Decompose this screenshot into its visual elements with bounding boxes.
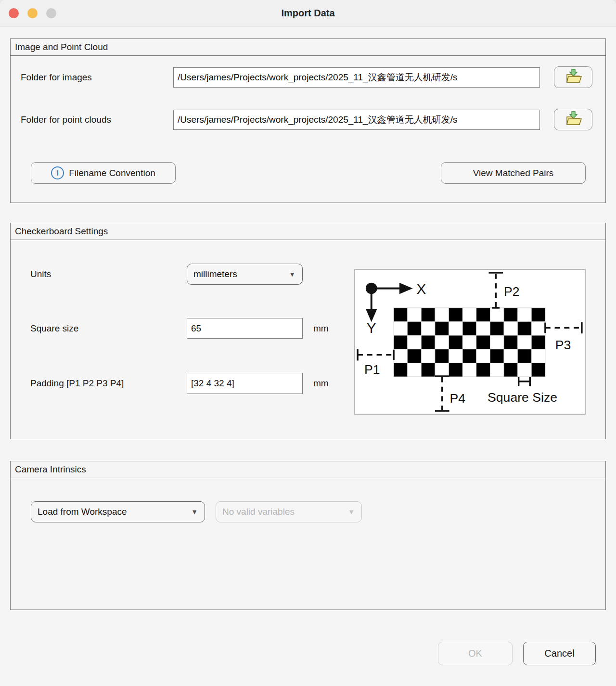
square-size-label: Square size (30, 318, 78, 339)
open-folder-icon (564, 69, 583, 86)
intrinsics-source-value: Load from Workspace (38, 507, 127, 517)
section-title: Image and Point Cloud (11, 39, 605, 56)
folder-for-images-label: Folder for images (21, 67, 92, 88)
section-title: Camera Intrinsics (11, 461, 605, 478)
intrinsics-source-dropdown[interactable]: Load from Workspace ▼ (31, 501, 205, 522)
p2-marker (488, 273, 503, 308)
folder-for-point-clouds-label: Folder for point clouds (21, 110, 111, 130)
checkerboard-svg: X Y P2 P3 (355, 270, 585, 414)
checkerboard-diagram: X Y P2 P3 (354, 269, 586, 415)
section-checkerboard-settings: Checkerboard Settings Units millimeters … (10, 223, 606, 439)
section-camera-intrinsics: Camera Intrinsics Load from Workspace ▼ … (10, 461, 606, 610)
cancel-button-label: Cancel (544, 648, 574, 659)
folder-for-point-clouds-input[interactable] (173, 110, 540, 130)
browse-images-button[interactable] (554, 66, 592, 88)
units-label: Units (30, 264, 51, 285)
view-matched-pairs-button[interactable]: View Matched Pairs (441, 162, 586, 184)
chevron-down-icon: ▼ (348, 508, 355, 516)
filename-convention-button[interactable]: i Filename Convention (31, 162, 176, 184)
chevron-down-icon: ▼ (289, 270, 295, 278)
intrinsics-variable-value: No valid variables (222, 507, 295, 517)
p4-label: P4 (450, 391, 466, 406)
square-size-unit: mm (313, 318, 329, 339)
units-dropdown[interactable]: millimeters ▼ (187, 264, 303, 285)
import-data-dialog: Import Data Image and Point Cloud Folder… (0, 0, 616, 686)
padding-unit: mm (313, 373, 329, 394)
view-matched-pairs-label: View Matched Pairs (473, 168, 554, 178)
p2-label: P2 (504, 284, 520, 299)
square-size-input[interactable] (187, 318, 303, 339)
padding-input[interactable] (187, 373, 303, 394)
section-title: Checkerboard Settings (11, 223, 605, 240)
intrinsics-variable-dropdown: No valid variables ▼ (216, 501, 362, 522)
p1-marker (358, 349, 394, 361)
p3-label: P3 (555, 338, 571, 352)
filename-convention-label: Filename Convention (69, 168, 155, 178)
y-axis-label: Y (367, 320, 376, 336)
info-icon: i (51, 166, 64, 179)
ok-button-label: OK (468, 648, 482, 659)
chevron-down-icon: ▼ (191, 508, 198, 516)
square-size-diagram-label: Square Size (488, 390, 557, 405)
browse-point-clouds-button[interactable] (554, 109, 592, 130)
p1-label: P1 (364, 362, 380, 377)
p4-marker (435, 376, 449, 411)
checkerboard-squares (394, 308, 545, 377)
titlebar: Import Data (0, 0, 616, 26)
x-axis-label: X (416, 281, 426, 297)
folder-for-images-input[interactable] (173, 67, 540, 88)
open-folder-icon (564, 111, 583, 128)
p3-marker (545, 322, 582, 334)
square-size-marker (519, 377, 530, 386)
cancel-button[interactable]: Cancel (523, 642, 596, 665)
units-selected-value: millimeters (193, 269, 237, 279)
window-title: Import Data (0, 0, 616, 26)
padding-label: Padding [P1 P2 P3 P4] (30, 373, 124, 394)
section-image-and-point-cloud: Image and Point Cloud Folder for images … (10, 38, 606, 203)
ok-button: OK (438, 642, 513, 665)
